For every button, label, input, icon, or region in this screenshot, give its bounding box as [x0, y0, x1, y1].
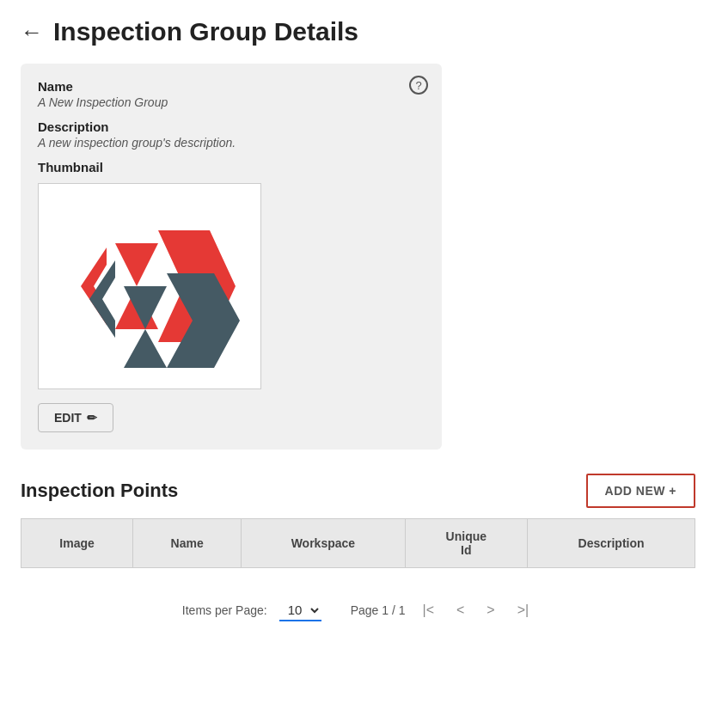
col-unique-id: UniqueId	[405, 519, 528, 568]
col-image: Image	[21, 519, 133, 568]
edit-button-label: EDIT	[54, 411, 82, 425]
section-title: Inspection Points	[21, 480, 178, 502]
help-icon[interactable]: ?	[409, 76, 428, 95]
thumbnail-label: Thumbnail	[38, 160, 425, 174]
inspection-points-header: Inspection Points ADD NEW +	[21, 474, 695, 508]
items-per-page-select[interactable]: 10 25 50	[279, 600, 321, 621]
last-page-button[interactable]: >|	[512, 599, 535, 621]
col-name: Name	[133, 519, 242, 568]
col-description: Description	[528, 519, 695, 568]
edit-icon: ✏	[87, 411, 97, 425]
prev-page-button[interactable]: <	[451, 599, 469, 621]
edit-button[interactable]: EDIT ✏	[38, 403, 113, 432]
back-button[interactable]: ←	[21, 19, 43, 46]
items-per-page-label: Items per Page:	[182, 603, 267, 617]
add-new-button[interactable]: ADD NEW +	[586, 474, 695, 508]
page-info: Page 1 / 1	[351, 603, 406, 617]
first-page-button[interactable]: |<	[417, 599, 439, 621]
description-label: Description	[38, 119, 425, 134]
description-value: A new inspection group's description.	[38, 136, 425, 150]
name-label: Name	[38, 79, 425, 94]
page-title: Inspection Group Details	[53, 17, 358, 46]
page-header: ← Inspection Group Details	[21, 17, 695, 46]
table-header-row: Image Name Workspace UniqueId Descriptio…	[21, 519, 695, 568]
col-workspace: Workspace	[242, 519, 405, 568]
inspection-points-table: Image Name Workspace UniqueId Descriptio…	[21, 518, 695, 568]
pagination-bar: Items per Page: 10 25 50 Page 1 / 1 |< <…	[21, 585, 695, 628]
name-value: A New Inspection Group	[38, 95, 425, 109]
next-page-button[interactable]: >	[481, 599, 499, 621]
info-card: ? Name A New Inspection Group Descriptio…	[21, 64, 442, 450]
thumbnail-image	[38, 183, 261, 389]
